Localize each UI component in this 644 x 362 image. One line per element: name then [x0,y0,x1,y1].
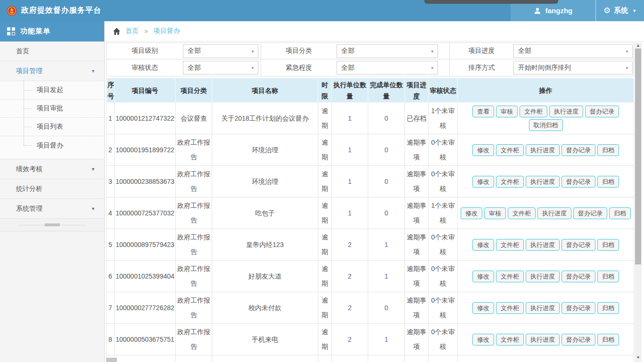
action-button[interactable]: 执行进度 [537,207,571,219]
action-button[interactable]: 取消归档 [529,119,563,131]
column-header: 审核状态 [429,78,458,103]
scroll-down-arrow[interactable]: ▼ [635,354,642,361]
breadcrumb-current[interactable]: 项目督办 [154,27,180,35]
action-button[interactable]: 文件柜 [496,334,524,346]
action-button[interactable]: 执行进度 [549,106,583,117]
action-button[interactable]: 归档 [597,334,619,346]
sidebar-item[interactable]: 首页 [0,41,104,61]
horizontal-scrollbar-thumb[interactable] [106,358,117,362]
action-button[interactable]: 归档 [597,144,619,156]
action-button[interactable]: 执行进度 [526,334,560,346]
action-button[interactable]: 督办记录 [561,334,595,346]
action-button[interactable]: 文件柜 [496,271,524,282]
sidebar-collapse-handle[interactable] [45,223,60,226]
action-button[interactable]: 文件柜 [496,302,524,314]
filter-select[interactable]: 全部▼ [337,44,438,58]
chevron-down-icon: ▼ [625,49,629,54]
filter-select[interactable]: 全部▼ [183,61,258,74]
chevron-down-icon: ▼ [430,66,434,70]
sidebar-item-label: 绩效考核 [16,165,91,173]
filter-select[interactable]: 全部▼ [337,61,438,74]
sidebar-subitem[interactable]: 项目督办 [0,136,104,155]
table-row: 21000001951899722政府工作报告环境治理逾期10逾期事项0个未审核… [107,134,634,166]
cell-progress: 逾期事项 [405,324,429,355]
action-button[interactable]: 文件柜 [520,106,547,117]
action-button[interactable]: 修改 [472,271,494,282]
national-emblem-icon [7,6,17,16]
cell-category: 政府工作报告 [176,292,212,324]
action-button[interactable]: 查看 [472,106,494,117]
action-button[interactable]: 修改 [472,239,494,251]
cell-done: 1 [368,261,405,292]
action-button[interactable]: 归档 [597,271,619,282]
action-button[interactable]: 督办记录 [561,176,595,188]
sidebar-item[interactable]: 系统管理▼ [0,199,104,219]
sidebar-subitem[interactable]: 项目列表 [0,118,104,136]
action-button[interactable]: 文件柜 [508,207,536,219]
action-button[interactable]: 督办记录 [561,239,595,251]
action-button[interactable]: 督办记录 [585,106,619,117]
action-button[interactable]: 归档 [609,207,631,219]
action-button[interactable]: 修改 [472,302,494,314]
cell-seq: 5 [107,229,115,261]
sidebar-item[interactable]: 绩效考核▼ [0,159,104,179]
cell-done: 0 [368,134,405,166]
sidebar-item[interactable]: 统计分析 [0,179,104,199]
cell-done: 1 [368,324,405,355]
vertical-scrollbar[interactable]: ▲ ▼ [635,42,642,362]
action-button[interactable]: 督办记录 [561,144,595,156]
cell-deadline: 逾期 [318,134,332,166]
table-row: 81000000503675751政府工作报告手机来电逾期21逾期事项0个未审核… [107,324,634,355]
action-button[interactable]: 督办记录 [561,302,595,314]
chevron-down-icon: ▼ [625,66,629,70]
cell-audit: 0个未审核 [429,292,458,324]
action-button[interactable]: 督办记录 [573,207,607,219]
scroll-up-arrow[interactable]: ▲ [635,42,642,49]
action-button[interactable]: 修改 [461,207,482,219]
breadcrumb: 首页 > 项目督办 [105,21,644,41]
sidebar-item[interactable]: 项目管理▼ [0,61,104,81]
column-header: 项目编号 [115,78,176,103]
action-button[interactable]: 督办记录 [561,271,595,282]
gear-icon: ⚙ [603,7,611,15]
cell-category: 会议督查 [176,103,212,134]
table-body: 11000001212747322会议督查关于2018工作计划的会议督办逾期10… [107,103,634,362]
filter-group: 项目进度全部▼ [450,43,634,59]
cell-empty [212,355,318,362]
cell-deadline: 逾期 [318,292,332,324]
sidebar-submenu: 项目发起项目审批项目列表项目督办 [0,81,104,159]
action-button[interactable]: 归档 [597,239,619,251]
column-header: 项目名称 [212,78,318,103]
filter-select[interactable]: 全部▼ [513,44,633,58]
action-button[interactable]: 修改 [472,334,494,346]
column-header: 项目进度 [405,78,429,103]
sidebar-subitem[interactable]: 项目发起 [0,81,104,99]
action-button[interactable]: 执行进度 [526,271,560,282]
filter-select[interactable]: 开始时间倒序排列▼ [513,61,633,74]
action-button[interactable]: 执行进度 [526,144,560,156]
action-button[interactable]: 修改 [472,144,494,156]
cell-seq: 6 [107,261,115,292]
action-button[interactable]: 修改 [472,176,494,188]
action-button[interactable]: 执行进度 [526,239,560,251]
action-button[interactable]: 归档 [597,176,619,188]
breadcrumb-home-link[interactable]: 首页 [125,27,139,35]
action-button[interactable]: 执行进度 [526,176,560,188]
filter-select[interactable]: 全部▼ [183,44,258,58]
system-menu[interactable]: ⚙ 系统 ▼ [595,0,644,21]
cell-empty [405,355,429,362]
cell-actions: 修改文件柜执行进度督办记录归档 [458,292,634,324]
action-button[interactable]: 执行进度 [526,302,560,314]
sidebar-subitem[interactable]: 项目审批 [0,99,104,118]
action-button-row: 取消归档 [459,118,633,132]
cell-exec: 1 [332,134,368,166]
action-button[interactable]: 文件柜 [496,239,524,251]
action-button[interactable]: 审核 [496,106,518,117]
action-button[interactable]: 文件柜 [496,144,524,156]
filter-area: 项目级别全部▼项目分类全部▼项目进度全部▼审核状态全部▼紧急程度全部▼排序方式开… [106,42,634,76]
scrollbar-thumb[interactable] [635,49,641,264]
action-button[interactable]: 归档 [597,302,619,314]
action-button[interactable]: 审核 [484,207,506,219]
cell-empty [176,355,212,362]
action-button[interactable]: 文件柜 [496,176,524,188]
